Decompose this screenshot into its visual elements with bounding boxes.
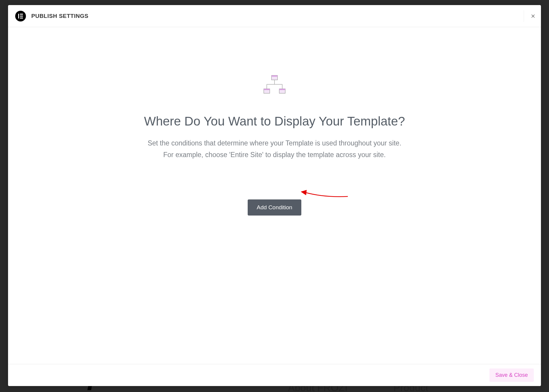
publish-settings-modal: PUBLISH SETTINGS [8, 5, 541, 386]
close-button[interactable] [524, 10, 536, 22]
modal-header: PUBLISH SETTINGS [8, 5, 541, 27]
main-heading: Where Do You Want to Display Your Templa… [144, 114, 405, 128]
svg-rect-3 [20, 18, 23, 18]
description-text: Set the conditions that determine where … [148, 137, 401, 161]
description-line-1: Set the conditions that determine where … [148, 137, 401, 149]
svg-rect-7 [272, 75, 277, 77]
modal-title: PUBLISH SETTINGS [31, 13, 89, 19]
svg-marker-16 [301, 190, 307, 195]
annotation-arrow-icon [300, 188, 351, 200]
svg-rect-2 [20, 16, 23, 16]
add-condition-button[interactable]: Add Condition [248, 199, 301, 216]
description-line-2: For example, choose 'Entire Site' to dis… [148, 149, 401, 161]
modal-body: Where Do You Want to Display Your Templa… [8, 27, 541, 364]
svg-rect-1 [20, 14, 23, 15]
elementor-logo-icon [15, 11, 26, 21]
svg-rect-13 [264, 89, 270, 90]
save-and-close-button[interactable]: Save & Close [489, 368, 534, 382]
modal-footer: Save & Close [8, 364, 541, 386]
hierarchy-icon [263, 75, 286, 96]
svg-rect-0 [18, 14, 19, 18]
svg-rect-15 [279, 89, 285, 90]
